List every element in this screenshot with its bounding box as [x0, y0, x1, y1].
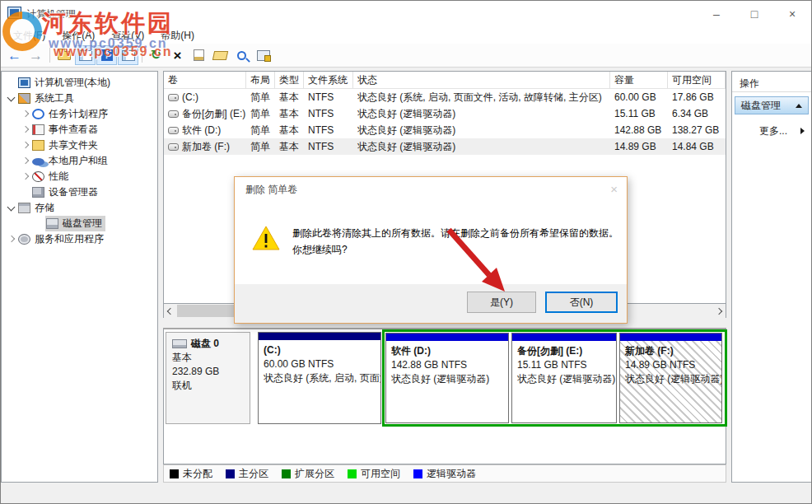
volume-capacity: 14.89 GB: [610, 141, 668, 152]
search-icon: [237, 51, 246, 60]
volume-filesystem: NTFS: [304, 141, 353, 152]
column-header-layout[interactable]: 布局: [246, 72, 275, 88]
column-header-capacity[interactable]: 容量: [610, 72, 668, 88]
tools-icon: [18, 93, 30, 104]
services-icon: [18, 234, 30, 245]
column-header-free-space[interactable]: 可用空间: [668, 72, 726, 88]
tree-item-device-manager[interactable]: 设备管理器: [2, 184, 157, 200]
actions-group-disk-management[interactable]: 磁盘管理: [735, 96, 809, 114]
legend-label: 扩展分区: [295, 467, 334, 481]
column-header-volume[interactable]: 卷: [164, 72, 246, 88]
partition-e[interactable]: 备份[勿删] (E:) 15.11 GB NTFS 状态良好 (逻辑驱动器): [511, 333, 617, 423]
title-bar: 计算机管理 – □ ×: [1, 1, 811, 27]
volume-status: 状态良好 (系统, 启动, 页面文件, 活动, 故障转储, 主分区): [353, 91, 610, 105]
volume-row-d[interactable]: 软件 (D:) 简单 基本 NTFS 状态良好 (逻辑驱动器) 142.88 G…: [164, 122, 726, 138]
chevron-right-icon[interactable]: [19, 139, 31, 152]
chevron-right-icon[interactable]: [5, 233, 17, 245]
column-header-status[interactable]: 状态: [353, 72, 610, 88]
volume-type: 基本: [275, 107, 304, 121]
refresh-button[interactable]: ↻: [146, 45, 166, 65]
show-console-tree-button[interactable]: [75, 45, 96, 65]
dialog-title: 删除 简单卷: [235, 177, 627, 202]
tree-item-event-viewer[interactable]: 事件查看器: [2, 122, 157, 138]
volume-list-header: 卷 布局 类型 文件系统 状态 容量 可用空间: [164, 72, 726, 89]
tree-item-shared-folders[interactable]: 共享文件夹: [2, 138, 157, 153]
dialog-message: 删除此卷将清除其上的所有数据。请在删除之前备份所有希望保留的数据。你想继续吗?: [292, 225, 620, 258]
no-button[interactable]: 否(N): [545, 292, 618, 313]
tree-item-computer-management[interactable]: 计算机管理(本地): [2, 75, 157, 91]
yes-button[interactable]: 是(Y): [467, 292, 536, 313]
legend-logical-drive: 逻辑驱动器: [413, 467, 476, 481]
tree-item-system-tools[interactable]: 系统工具: [2, 91, 157, 106]
volume-filesystem: NTFS: [304, 108, 353, 119]
logical-drive-bar: [620, 334, 721, 341]
volume-icon: [168, 94, 179, 101]
tree-item-local-users-groups[interactable]: 本地用户和组: [2, 153, 157, 169]
forward-button[interactable]: →: [26, 45, 46, 65]
forward-arrow-icon: →: [29, 49, 43, 63]
close-button[interactable]: ×: [773, 1, 811, 26]
scroll-right-button[interactable]: [712, 304, 726, 318]
event-log-icon: [32, 124, 44, 135]
actions-more-item[interactable]: 更多...: [732, 121, 811, 141]
volume-row-c[interactable]: (C:) 简单 基本 NTFS 状态良好 (系统, 启动, 页面文件, 活动, …: [164, 89, 726, 105]
show-action-pane-button[interactable]: [118, 45, 138, 65]
more-label: 更多...: [759, 124, 787, 138]
column-header-type[interactable]: 类型: [275, 72, 304, 88]
partition-f-selected[interactable]: 新加卷 (F:) 14.89 GB NTFS 状态良好 (逻辑驱动器): [619, 333, 722, 423]
disk-type: 基本: [172, 351, 244, 365]
chevron-right-icon[interactable]: [19, 124, 31, 136]
tree-item-storage[interactable]: 存储: [2, 200, 157, 216]
partition-name: 备份[勿删] (E:): [517, 344, 611, 358]
logical-drive-bar: [386, 334, 508, 341]
chevron-right-icon: [716, 307, 722, 314]
volume-row-f[interactable]: 新加卷 (F:) 简单 基本 NTFS 状态良好 (逻辑驱动器) 14.89 G…: [164, 138, 726, 155]
tree-item-services-applications[interactable]: 服务和应用程序: [2, 231, 157, 247]
chevron-right-icon[interactable]: [19, 170, 31, 183]
collapse-triangle-icon[interactable]: [796, 104, 802, 108]
volume-row-e[interactable]: 备份[勿删] (E:) 简单 基本 NTFS 状态良好 (逻辑驱动器) 15.1…: [164, 105, 726, 122]
tree-item-task-scheduler[interactable]: 任务计划程序: [2, 106, 157, 122]
primary-partition-bar: [259, 333, 380, 340]
tree-item-label: 存储: [35, 201, 54, 215]
delete-x-icon: ×: [174, 49, 182, 63]
menu-action[interactable]: 操作(A): [54, 27, 103, 44]
back-button[interactable]: ←: [4, 45, 25, 65]
menu-view[interactable]: 查看(V): [103, 27, 152, 44]
menu-help[interactable]: 帮助(H): [152, 27, 203, 44]
disk0-label-box[interactable]: 磁盘 0 基本 232.89 GB 联机: [166, 332, 250, 424]
scroll-left-button[interactable]: [164, 304, 177, 318]
minimize-button[interactable]: –: [698, 1, 735, 26]
partition-c[interactable]: (C:) 60.00 GB NTFS 状态良好 (系统, 启动, 页面文件, 活…: [258, 332, 381, 424]
open-button[interactable]: [210, 45, 231, 65]
tree-item-label: 任务计划程序: [49, 107, 108, 121]
chevron-right-icon[interactable]: [19, 155, 31, 167]
maximize-button[interactable]: □: [735, 1, 773, 26]
search-button[interactable]: [231, 45, 252, 65]
properties-button[interactable]: [189, 45, 209, 65]
legend-swatch: [413, 469, 422, 478]
toolbar-separator: [142, 48, 142, 63]
chevron-down-icon[interactable]: [5, 92, 17, 105]
partition-d[interactable]: 软件 (D:) 142.88 GB NTFS 状态良好 (逻辑驱动器): [385, 333, 509, 423]
tree-item-label: 性能: [49, 170, 68, 184]
clock-icon: [32, 109, 44, 119]
up-folder-button[interactable]: [54, 45, 74, 65]
warning-icon: [251, 225, 281, 251]
tree-item-label: 设备管理器: [49, 185, 98, 199]
volume-type: 基本: [275, 91, 304, 105]
refresh-icon: ↻: [151, 49, 161, 62]
volume-status: 状态良好 (逻辑驱动器): [353, 107, 610, 121]
chevron-down-icon[interactable]: [5, 202, 17, 214]
dialog-close-icon[interactable]: ×: [610, 183, 618, 195]
console-settings-button[interactable]: [253, 45, 273, 65]
tree-item-performance[interactable]: 性能: [2, 169, 157, 184]
tree-item-disk-management[interactable]: 磁盘管理: [2, 216, 157, 231]
chevron-right-icon[interactable]: [19, 108, 31, 120]
column-header-filesystem[interactable]: 文件系统: [304, 72, 353, 88]
help-button[interactable]: [96, 45, 117, 65]
up-folder-icon: [58, 51, 71, 60]
menu-file[interactable]: 文件(F): [5, 27, 54, 44]
delete-button[interactable]: ×: [167, 45, 188, 65]
tree-item-label: 系统工具: [35, 91, 74, 105]
